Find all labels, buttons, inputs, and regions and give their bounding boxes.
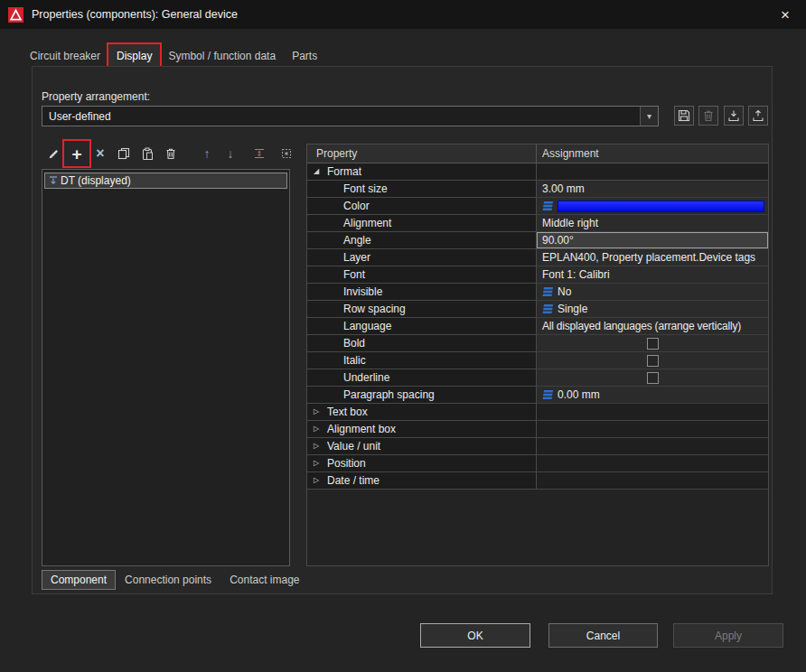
collapsed-triangle-icon[interactable]: ▷ <box>314 472 319 489</box>
distribute-icon <box>253 147 266 160</box>
table-row-layer[interactable]: Layer EPLAN400, Property placement.Devic… <box>307 249 768 266</box>
property-cell: Language <box>307 318 537 335</box>
assignment-cell <box>537 335 768 352</box>
frame-button[interactable] <box>275 142 298 165</box>
property-cell: ▷Text box <box>307 404 537 421</box>
assignment-cell: 0.00 mm <box>537 387 768 404</box>
override-icon <box>542 390 554 400</box>
property-cell: Paragraph spacing <box>307 387 537 404</box>
table-row-position[interactable]: ▷Position <box>307 455 768 472</box>
table-row-alignment-box[interactable]: ▷Alignment box <box>307 421 768 438</box>
color-swatch[interactable] <box>558 201 764 212</box>
trash-button[interactable] <box>159 142 183 165</box>
property-cell: ◢Format <box>307 163 537 181</box>
window-title: Properties (components): General device <box>32 8 238 21</box>
displayed-properties-tree[interactable]: DT (displayed) <box>42 169 290 566</box>
property-arrangement-dropdown[interactable]: User-defined ▾ <box>42 106 659 126</box>
table-row-format[interactable]: ◢Format <box>307 163 768 181</box>
upload-icon <box>752 109 764 122</box>
table-row-date-time[interactable]: ▷Date / time <box>307 472 768 490</box>
assignment-cell <box>537 438 768 455</box>
insert-below-icon <box>48 175 59 186</box>
save-arrangement-button[interactable] <box>674 106 694 126</box>
override-icon <box>542 304 554 314</box>
table-row-bold[interactable]: Bold <box>307 335 768 352</box>
assignment-cell <box>537 163 768 181</box>
move-up-button[interactable]: ↑ <box>195 142 219 165</box>
property-cell: Bold <box>307 335 537 352</box>
floppy-icon <box>678 109 690 122</box>
tab-connection-points[interactable]: Connection points <box>116 570 220 590</box>
table-row-row-spacing[interactable]: Row spacing Single <box>307 301 768 318</box>
copy-button[interactable] <box>112 142 136 165</box>
property-cell: Font size <box>307 181 537 198</box>
tab-component[interactable]: Component <box>42 570 116 590</box>
property-arrangement-value: User-defined <box>42 110 640 123</box>
x-icon: × <box>96 146 104 161</box>
frame-icon <box>280 147 293 160</box>
underline-checkbox[interactable] <box>647 372 659 384</box>
tree-toolbar: + × ↑ ↓ <box>33 142 322 167</box>
tab-circuit-breaker[interactable]: Circuit breaker <box>22 44 108 66</box>
trash-icon <box>164 147 177 160</box>
assignment-cell: No <box>537 284 768 301</box>
collapsed-triangle-icon[interactable]: ▷ <box>314 438 319 454</box>
delete-arrangement-button[interactable] <box>698 106 718 126</box>
table-row-value-unit[interactable]: ▷Value / unit <box>307 438 768 455</box>
property-cell: ▷Date / time <box>307 472 537 490</box>
copy-icon <box>117 147 130 160</box>
collapsed-triangle-icon[interactable]: ▷ <box>314 421 319 437</box>
move-down-button[interactable]: ↓ <box>219 142 242 165</box>
tab-contact-image[interactable]: Contact image <box>220 570 308 590</box>
edit-button[interactable] <box>42 142 65 165</box>
export-arrangement-button[interactable] <box>748 106 768 126</box>
italic-checkbox[interactable] <box>647 355 659 367</box>
assignment-cell: Middle right <box>537 215 768 232</box>
property-table[interactable]: Property Assignment ◢Format Font size 3.… <box>306 144 769 566</box>
property-cell: Invisible <box>307 284 537 301</box>
table-row-language[interactable]: Language All displayed languages (arrang… <box>307 318 768 335</box>
collapsed-triangle-icon[interactable]: ▷ <box>314 404 319 420</box>
table-row-font[interactable]: Font Font 1: Calibri <box>307 266 768 284</box>
table-row-italic[interactable]: Italic <box>307 352 768 369</box>
tab-parts[interactable]: Parts <box>284 44 325 66</box>
property-cell: ▷Value / unit <box>307 438 537 455</box>
table-row-underline[interactable]: Underline <box>307 369 768 387</box>
tab-display[interactable]: Display <box>108 44 160 66</box>
property-cell: Font <box>307 266 537 284</box>
paste-button[interactable] <box>136 142 159 165</box>
property-arrangement-label: Property arrangement: <box>42 90 150 103</box>
import-arrangement-button[interactable] <box>724 106 744 126</box>
table-row-paragraph-spacing[interactable]: Paragraph spacing 0.00 mm <box>307 387 768 404</box>
ok-button[interactable]: OK <box>420 623 530 648</box>
override-icon <box>542 287 554 297</box>
add-button[interactable]: + <box>65 142 89 165</box>
paste-icon <box>141 147 154 160</box>
delete-button[interactable]: × <box>89 142 112 165</box>
close-icon[interactable]: × <box>770 0 801 29</box>
expanded-triangle-icon[interactable]: ◢ <box>314 163 319 180</box>
collapsed-triangle-icon[interactable]: ▷ <box>314 455 319 471</box>
table-row-text-box[interactable]: ▷Text box <box>307 404 768 421</box>
assignment-cell: All displayed languages (arrange vertica… <box>537 318 768 335</box>
table-row-color[interactable]: Color <box>307 198 768 215</box>
trash-icon <box>702 109 715 122</box>
chevron-down-icon[interactable]: ▾ <box>640 107 658 126</box>
tree-item-dt[interactable]: DT (displayed) <box>44 173 287 189</box>
bold-checkbox[interactable] <box>647 338 659 350</box>
assignment-cell <box>537 369 768 387</box>
apply-button[interactable]: Apply <box>673 623 783 648</box>
assignment-cell <box>537 421 768 438</box>
distribute-button[interactable] <box>248 142 271 165</box>
table-row-alignment[interactable]: Alignment Middle right <box>307 215 768 232</box>
property-cell: Underline <box>307 369 537 387</box>
cancel-button[interactable]: Cancel <box>548 623 658 648</box>
angle-value-field[interactable]: 90.00° <box>537 232 768 249</box>
assignment-column-header: Assignment <box>537 145 768 163</box>
table-row-angle[interactable]: Angle 90.00° <box>307 232 768 249</box>
tab-symbol-function-data[interactable]: Symbol / function data <box>160 44 284 66</box>
table-row-font-size[interactable]: Font size 3.00 mm <box>307 181 768 198</box>
title-bar: Properties (components): General device … <box>0 0 806 29</box>
table-row-invisible[interactable]: Invisible No <box>307 284 768 301</box>
pencil-icon <box>47 147 61 161</box>
